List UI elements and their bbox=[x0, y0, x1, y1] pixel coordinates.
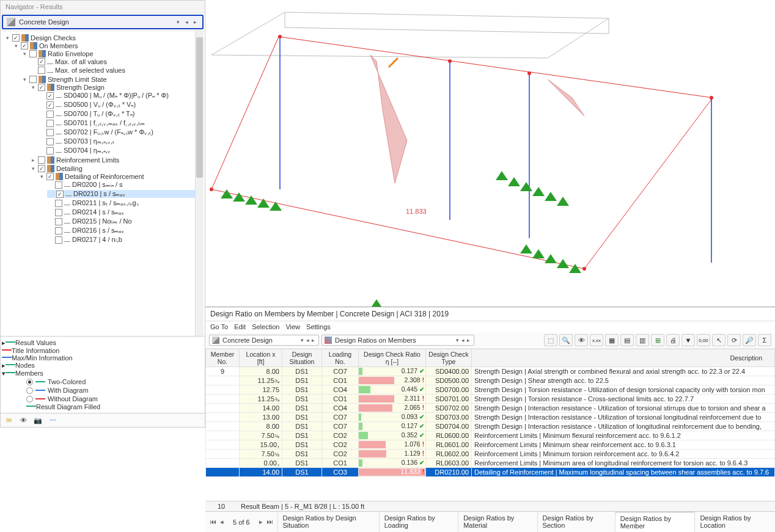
tree-sd0702[interactable]: SD0702 | Fᵤ,ₛw / (Fₙ,ₛw * Φᵥ,ₜ) bbox=[39, 128, 204, 136]
table-row[interactable]: 0.00ᵪDS1CO10.136✔RL0603.00Reinforcement … bbox=[206, 459, 775, 468]
next-icon[interactable]: ▸ bbox=[310, 337, 316, 343]
tb-zoom-icon[interactable]: 🔎 bbox=[743, 334, 756, 346]
chevron-down-icon[interactable]: ▾ bbox=[455, 337, 460, 343]
tree-sd0400[interactable]: SD0400 | Mᵤ / (Mₙ * Φ)|Pᵤ / (Pₙ * Φ) bbox=[39, 92, 204, 100]
tb-find-icon[interactable]: 🔍 bbox=[559, 334, 573, 346]
table-row[interactable]: 7.50¹⁄₂DS1CO21.129!RL0602.00Reinforcemen… bbox=[206, 450, 775, 459]
tree-on-members[interactable]: ▾On Members bbox=[13, 42, 204, 49]
tb-excel-icon[interactable]: ⊞ bbox=[651, 334, 664, 346]
results-table[interactable]: Member No. Location x [ft] Design Situat… bbox=[205, 349, 775, 501]
opt-maxmin-info[interactable]: Max/Min Information bbox=[2, 354, 204, 362]
table-row[interactable]: 11.25³⁄₄DS1CO12.308!SD0500.00Strength De… bbox=[206, 376, 775, 385]
tree-dr0211[interactable]: DR0211 | sₜ / sₘₐₓ,ₗₑgₛ bbox=[47, 199, 204, 207]
tree-dr0200[interactable]: DR0200 | sₘᵢₙ / s bbox=[47, 181, 204, 189]
col-type[interactable]: Design Check Type bbox=[426, 349, 472, 367]
menu-settings[interactable]: Settings bbox=[306, 323, 331, 330]
design-type-selector[interactable]: Concrete Design ▾ ◂ ▸ bbox=[2, 15, 204, 29]
col-desc[interactable]: Description bbox=[472, 349, 775, 367]
next-page-icon[interactable]: ▸ bbox=[257, 518, 265, 526]
tree-detailing[interactable]: ▾Detailing bbox=[30, 165, 204, 172]
tab-design-ratios-by-loading[interactable]: Design Ratios by Loading bbox=[379, 512, 458, 532]
last-page-icon[interactable]: ⏭ bbox=[266, 518, 274, 526]
tree-reinforcement-limits[interactable]: ▸Reinforcement Limits bbox=[30, 156, 204, 164]
opt-members[interactable]: ▾Members bbox=[2, 370, 204, 377]
tree-detailing-of-reinforcement[interactable]: ▾Detailing of Reinforcement bbox=[39, 173, 204, 180]
tree-max-all[interactable]: Max. of all values bbox=[30, 58, 204, 65]
table-row[interactable]: 98.00DS1CO70.127✔SD0400.00Strength Desig… bbox=[206, 367, 775, 376]
tree-design-checks[interactable]: ▾Design Checks bbox=[4, 34, 204, 42]
tree-scrollbar[interactable] bbox=[195, 31, 204, 336]
tb-pointer-icon[interactable]: ↖ bbox=[712, 334, 725, 346]
tree-dr0215[interactable]: DR0215 | Noₗᵢₘ / No bbox=[47, 217, 204, 225]
table-row[interactable]: 11.25³⁄₄DS1CO12.311!SD0701.00Strength De… bbox=[206, 395, 775, 404]
tree-dr0216[interactable]: DR0216 | s / sₘₐₓ bbox=[47, 227, 204, 235]
tree-sd0703[interactable]: SD0703 | ηₘ,ₙ,ᵥ,ₜ bbox=[39, 137, 204, 145]
tool-wave-icon[interactable]: 〰 bbox=[47, 415, 58, 425]
table-row[interactable]: 13.00DS1CO70.093✔SD0703.00Strength Desig… bbox=[206, 413, 775, 422]
table-row[interactable]: 15.00ᵪDS1CO21.076!RL0601.00Reinforcement… bbox=[206, 440, 775, 450]
tab-design-ratios-by-section[interactable]: Design Ratios by Section bbox=[537, 512, 615, 532]
next-design-icon[interactable]: ▸ bbox=[191, 18, 199, 26]
tree-sd0701[interactable]: SD0701 | f꜀,ₜ,ᵥ,ₘₐₓ / f꜀,ₜ,ᵥ,ₗᵢₘ bbox=[39, 119, 204, 127]
tree-strength-limit-state[interactable]: ▾Strength Limit State bbox=[21, 76, 204, 83]
tree-ratio-envelope[interactable]: ▾Ratio Envelope bbox=[21, 50, 204, 57]
tool-msg-icon[interactable]: ✉ bbox=[3, 415, 14, 425]
tree-dr0214[interactable]: DR0214 | s / sₘₐₓ bbox=[47, 208, 204, 216]
radio-two-colored[interactable]: Two-Colored bbox=[2, 377, 204, 386]
tb-sigma-icon[interactable]: Σ bbox=[758, 334, 771, 346]
tab-design-ratios-by-design-situation[interactable]: Design Ratios by Design Situation bbox=[277, 512, 379, 532]
tree-sd0704[interactable]: SD0704 | ηₘ,ₙ,ᵥ bbox=[39, 147, 204, 155]
model-viewport[interactable]: 11.833 bbox=[205, 0, 775, 307]
prev-icon[interactable]: ◂ bbox=[305, 337, 310, 343]
tb-table3-icon[interactable]: ▥ bbox=[636, 334, 649, 346]
tb-xxx-icon[interactable]: x.xx bbox=[590, 334, 603, 346]
tree-dr0210[interactable]: DR0210 | s / sₘₐₓ bbox=[47, 190, 204, 198]
tb-refresh-icon[interactable]: ⟳ bbox=[727, 334, 741, 346]
combo-design-type[interactable]: Concrete Design ▾ ◂ ▸ bbox=[209, 335, 319, 346]
combo-result-type[interactable]: Design Ratios on Members ▾ ◂ ▸ bbox=[321, 335, 474, 346]
col-member-no[interactable]: Member No. bbox=[206, 349, 240, 367]
tb-table2-icon[interactable]: ▤ bbox=[620, 334, 634, 346]
opt-nodes[interactable]: ▸Nodes bbox=[2, 362, 204, 370]
table-row[interactable]: 14.00DS1CO42.065!SD0702.00Strength Desig… bbox=[206, 404, 775, 413]
col-ds[interactable]: Design Situation bbox=[282, 349, 322, 367]
tree-strength-design[interactable]: ▾Strength Design bbox=[30, 84, 204, 91]
tb-select-icon[interactable]: ⬚ bbox=[544, 334, 557, 346]
tool-camera-icon[interactable]: 📷 bbox=[32, 415, 43, 425]
tb-eye-icon[interactable]: 👁 bbox=[575, 334, 588, 346]
results-tree[interactable]: ▾Design Checks ▾On Members ▾Ratio Envelo… bbox=[1, 31, 205, 336]
tree-sd0500[interactable]: SD0500 | Vᵤ / (Φᵥ,ₜ * Vₙ) bbox=[39, 101, 204, 109]
radio-without-diagram[interactable]: Without Diagram bbox=[2, 395, 204, 403]
tb-print-icon[interactable]: 🖨 bbox=[666, 334, 680, 346]
tree-max-selected[interactable]: Max. of selected values bbox=[30, 67, 204, 74]
tb-table1-icon[interactable]: ▦ bbox=[605, 334, 619, 346]
prev-icon[interactable]: ◂ bbox=[460, 337, 466, 343]
col-loading[interactable]: Loading No. bbox=[322, 349, 359, 367]
opt-result-values[interactable]: ▸Result Values bbox=[2, 339, 204, 347]
tool-eye-icon[interactable]: 👁 bbox=[18, 415, 29, 425]
chevron-down-icon[interactable]: ▾ bbox=[299, 337, 305, 343]
table-row[interactable]: 8.00DS1CO70.127✔SD0704.00Strength Design… bbox=[206, 422, 775, 431]
tab-design-ratios-by-location[interactable]: Design Ratios by Location bbox=[694, 512, 775, 532]
menu-view[interactable]: View bbox=[285, 323, 300, 330]
table-row[interactable]: 12.75DS1CO40.445✔SD0700.00Strength Desig… bbox=[206, 385, 775, 395]
tree-dr0217[interactable]: DR0217 | 4 / nₗ,b bbox=[47, 236, 204, 244]
tb-zero-icon[interactable]: 0,00 bbox=[697, 334, 710, 346]
chk-result-diagram-filled[interactable]: Result Diagram Filled bbox=[2, 403, 204, 410]
menu-edit[interactable]: Edit bbox=[234, 323, 246, 330]
col-location[interactable]: Location x [ft] bbox=[240, 349, 282, 367]
tab-design-ratios-by-member[interactable]: Design Ratios by Member bbox=[615, 512, 695, 532]
table-row[interactable]: 14.00DS1CO311.833!DR0210.00Detailing of … bbox=[206, 468, 775, 477]
first-page-icon[interactable]: ⏮ bbox=[209, 518, 216, 526]
chevron-down-icon[interactable]: ▾ bbox=[174, 18, 182, 26]
prev-design-icon[interactable]: ◂ bbox=[183, 18, 190, 26]
prev-page-icon[interactable]: ◂ bbox=[218, 518, 226, 526]
menu-goto[interactable]: Go To bbox=[210, 323, 228, 330]
table-row[interactable]: 7.50¹⁄₂DS1CO20.352✔RL0600.00Reinforcemen… bbox=[206, 431, 775, 440]
tree-sd0700[interactable]: SD0700 | Tᵤ / (Φᵥ,ₜ * Tₙ) bbox=[39, 110, 204, 118]
opt-title-info[interactable]: Title Information bbox=[2, 347, 204, 354]
menu-selection[interactable]: Selection bbox=[252, 323, 279, 330]
col-ratio[interactable]: Design Check Ratio η [--] bbox=[359, 349, 426, 367]
radio-with-diagram[interactable]: With Diagram bbox=[2, 386, 204, 395]
tb-filter-icon[interactable]: ▼ bbox=[681, 334, 695, 346]
